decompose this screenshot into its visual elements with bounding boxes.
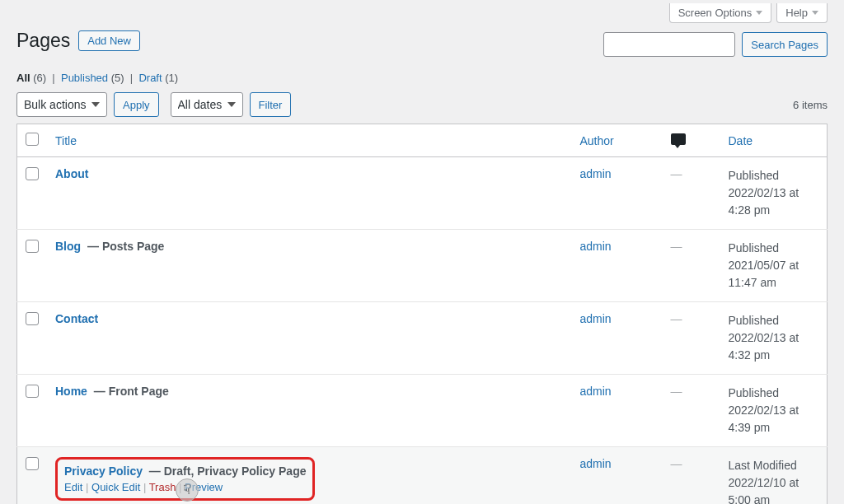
search-pages-button[interactable]: Search Pages <box>742 32 828 57</box>
date-value: 2022/02/13 at 4:39 pm <box>729 402 819 436</box>
date-filter-select[interactable]: All dates <box>171 92 243 117</box>
table-row: Home — Front Page admin — Published 2022… <box>17 375 828 447</box>
col-title: Title <box>47 124 572 157</box>
col-date: Date <box>720 124 828 157</box>
comments-count: — <box>671 385 682 398</box>
page-title-link[interactable]: Home <box>55 385 87 398</box>
edit-link[interactable]: Edit <box>64 481 82 493</box>
table-row: Privacy Policy — Draft, Privacy Policy P… <box>17 447 828 505</box>
search-input[interactable] <box>603 32 735 57</box>
comments-count: — <box>671 167 682 180</box>
col-comments <box>663 124 720 157</box>
page-title-link[interactable]: Blog <box>55 240 81 253</box>
apply-button[interactable]: Apply <box>114 92 159 117</box>
table-row: Blog — Posts Page admin — Published 2021… <box>17 230 828 302</box>
row-checkbox[interactable] <box>26 457 39 470</box>
author-link[interactable]: admin <box>580 240 612 253</box>
chevron-down-icon <box>756 11 762 15</box>
table-row: About admin — Published 2022/02/13 at 4:… <box>17 157 828 230</box>
date-status: Published <box>729 167 819 184</box>
help-button[interactable]: Help <box>776 3 828 23</box>
bulk-actions-select[interactable]: Bulk actions <box>16 92 107 117</box>
row-checkbox[interactable] <box>26 240 39 253</box>
author-link[interactable]: admin <box>580 457 612 470</box>
chevron-down-icon <box>812 11 818 15</box>
date-status: Last Modified <box>729 457 819 474</box>
date-status: Published <box>729 240 819 257</box>
date-value: 2022/12/10 at 5:00 am <box>729 474 819 504</box>
row-checkbox[interactable] <box>26 312 39 325</box>
row-checkbox[interactable] <box>26 167 39 180</box>
help-label: Help <box>785 7 808 19</box>
comments-count: — <box>671 240 682 253</box>
total-items: 6 items <box>793 99 828 111</box>
filter-all-count: (6) <box>33 72 46 84</box>
page-suffix: — Draft, Privacy Policy Page <box>146 464 307 478</box>
date-status: Published <box>729 312 819 329</box>
quick-edit-link[interactable]: Quick Edit <box>91 481 140 493</box>
pages-table: Title Author Date About admin — Publishe… <box>16 124 828 504</box>
screen-options-button[interactable]: Screen Options <box>669 3 772 23</box>
page-title: Pages <box>16 30 70 52</box>
page-suffix: — Front Page <box>91 385 169 398</box>
status-filters: All (6) | Published (5) | Draft (1) <box>16 72 828 84</box>
select-all-checkbox[interactable] <box>26 133 39 146</box>
preview-link[interactable]: Preview <box>185 481 223 493</box>
row-actions: Edit | Quick Edit | Trash | Preview <box>64 481 306 493</box>
author-link[interactable]: admin <box>580 385 612 398</box>
comment-icon <box>671 133 686 145</box>
add-new-button[interactable]: Add New <box>78 30 140 51</box>
date-value: 2021/05/07 at 11:47 am <box>729 257 819 292</box>
row-checkbox[interactable] <box>26 385 39 398</box>
filter-draft-count: (1) <box>165 72 178 84</box>
screen-options-label: Screen Options <box>678 7 753 19</box>
page-title-link[interactable]: Privacy Policy <box>64 464 143 478</box>
filter-draft[interactable]: Draft <box>138 72 162 84</box>
author-link[interactable]: admin <box>580 167 612 180</box>
col-author: Author <box>572 124 663 157</box>
page-title-link[interactable]: About <box>55 167 88 180</box>
filter-all[interactable]: All <box>16 72 30 84</box>
page-suffix: — Posts Page <box>84 240 164 253</box>
filter-published[interactable]: Published <box>61 72 108 84</box>
filter-published-count: (5) <box>111 72 124 84</box>
table-row: Contact admin — Published 2022/02/13 at … <box>17 302 828 375</box>
date-value: 2022/02/13 at 4:32 pm <box>729 329 819 364</box>
filter-button[interactable]: Filter <box>250 92 292 117</box>
date-value: 2022/02/13 at 4:28 pm <box>729 184 819 219</box>
highlight-annotation: Privacy Policy — Draft, Privacy Policy P… <box>55 457 315 501</box>
comments-count: — <box>671 457 682 470</box>
comments-count: — <box>671 312 682 325</box>
trash-link[interactable]: Trash <box>149 481 176 493</box>
date-status: Published <box>729 385 819 402</box>
author-link[interactable]: admin <box>580 312 612 325</box>
page-title-link[interactable]: Contact <box>55 312 98 325</box>
